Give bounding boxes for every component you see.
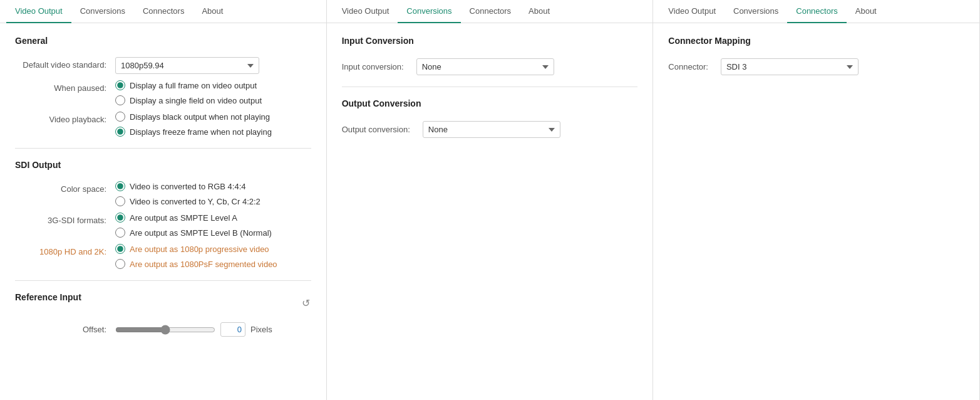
when-paused-label-1[interactable]: Display a single field on video output <box>130 96 262 105</box>
tab-bar-1: Video Output Conversions Connectors Abou… <box>0 0 326 23</box>
tab-video-output-1[interactable]: Video Output <box>6 0 71 23</box>
tab-connectors-3[interactable]: Connectors <box>787 0 846 23</box>
color-space-option-1: Video is converted to Y, Cb, Cr 4:2:2 <box>115 196 260 206</box>
panel-video-output: Video Output Conversions Connectors Abou… <box>0 0 327 400</box>
video-playback-radio-1[interactable] <box>115 127 125 137</box>
slider-wrap: Pixels <box>115 322 272 337</box>
color-space-option-0: Video is converted to RGB 4:4:4 <box>115 181 260 191</box>
panel-connectors: Video Output Conversions Connectors Abou… <box>653 0 980 400</box>
panel-content-1: General Default video standard: 1080p59.… <box>0 23 326 400</box>
input-conversion-section: Input Conversion Input conversion: None … <box>342 36 638 75</box>
input-conversion-row: Input conversion: None HD to SD SD to HD <box>342 58 638 75</box>
video-playback-label-0[interactable]: Displays black output when not playing <box>130 112 270 122</box>
color-space-radio-0[interactable] <box>115 181 125 191</box>
tab-about-2[interactable]: About <box>520 0 559 23</box>
output-conversion-row: Output conversion: None HD to SD SD to H… <box>342 121 638 138</box>
sdi-formats-row: 3G-SDI formats: Are output as SMPTE Leve… <box>15 213 311 238</box>
panel-content-3: Connector Mapping Connector: SDI 1 SDI 2… <box>653 23 979 400</box>
video-playback-radio-0[interactable] <box>115 112 125 122</box>
hd-option-1: Are output as 1080PsF segmented video <box>115 259 277 269</box>
hd-controls: Are output as 1080p progressive video Ar… <box>115 244 277 269</box>
color-space-controls: Video is converted to RGB 4:4:4 Video is… <box>115 181 260 206</box>
connector-label: Connector: <box>668 62 708 71</box>
divider-2 <box>15 280 311 281</box>
hd-option-0: Are output as 1080p progressive video <box>115 244 277 254</box>
offset-label: Offset: <box>15 325 115 334</box>
tab-connectors-2[interactable]: Connectors <box>461 0 520 23</box>
sdi-output-section: SDI Output Color space: Video is convert… <box>15 160 311 269</box>
when-paused-radio-1[interactable] <box>115 95 125 105</box>
video-playback-option-0: Displays black output when not playing <box>115 112 272 122</box>
output-conversion-section: Output Conversion Output conversion: Non… <box>342 98 638 138</box>
offset-value-input[interactable] <box>220 322 245 337</box>
hd-radio-1[interactable] <box>115 259 125 269</box>
reset-button[interactable]: ↺ <box>301 297 311 309</box>
reference-input-title: Reference Input <box>15 292 81 302</box>
offset-slider[interactable] <box>115 325 215 335</box>
output-conversion-select[interactable]: None HD to SD SD to HD <box>423 121 560 138</box>
sdi-formats-label-0[interactable]: Are output as SMPTE Level A <box>130 213 237 223</box>
input-conversion-select[interactable]: None HD to SD SD to HD <box>416 58 554 75</box>
when-paused-label: When paused: <box>15 80 115 93</box>
video-playback-option-1: Displays freeze frame when not playing <box>115 127 272 137</box>
sdi-formats-label: 3G-SDI formats: <box>15 213 115 225</box>
color-space-radio-1[interactable] <box>115 196 125 206</box>
tab-about-3[interactable]: About <box>847 0 885 23</box>
when-paused-label-0[interactable]: Display a full frame on video output <box>130 81 257 90</box>
connector-mapping-section: Connector Mapping Connector: SDI 1 SDI 2… <box>668 36 964 75</box>
sdi-formats-option-1: Are output as SMPTE Level B (Normal) <box>115 228 272 238</box>
tab-video-output-3[interactable]: Video Output <box>659 0 725 23</box>
hd-option-label-0[interactable]: Are output as 1080p progressive video <box>130 245 269 254</box>
tab-video-output-2[interactable]: Video Output <box>333 0 398 23</box>
tab-bar-2: Video Output Conversions Connectors Abou… <box>327 0 653 23</box>
tab-connectors-1[interactable]: Connectors <box>134 0 193 23</box>
tab-about-1[interactable]: About <box>193 0 232 23</box>
video-playback-row: Video playback: Displays black output wh… <box>15 112 311 137</box>
sdi-formats-option-0: Are output as SMPTE Level A <box>115 213 272 223</box>
general-title: General <box>15 36 311 46</box>
when-paused-row: When paused: Display a full frame on vid… <box>15 80 311 105</box>
offset-row: Offset: Pixels <box>15 322 311 337</box>
tab-conversions-1[interactable]: Conversions <box>71 0 134 23</box>
connector-select[interactable]: SDI 1 SDI 2 SDI 3 SDI 4 <box>721 58 859 75</box>
divider-3 <box>342 87 638 87</box>
when-paused-option-1: Display a single field on video output <box>115 95 262 105</box>
color-space-label-0[interactable]: Video is converted to RGB 4:4:4 <box>130 182 245 191</box>
connector-row: Connector: SDI 1 SDI 2 SDI 3 SDI 4 <box>668 58 964 75</box>
connector-mapping-title: Connector Mapping <box>668 36 964 46</box>
video-playback-controls: Displays black output when not playing D… <box>115 112 272 137</box>
tab-conversions-2[interactable]: Conversions <box>398 0 460 23</box>
when-paused-radio-0[interactable] <box>115 80 125 90</box>
color-space-label: Color space: <box>15 181 115 194</box>
hd-label: 1080p HD and 2K: <box>15 244 115 256</box>
sdi-output-title: SDI Output <box>15 160 311 170</box>
sdi-formats-radio-1[interactable] <box>115 228 125 238</box>
tab-conversions-3[interactable]: Conversions <box>725 0 787 23</box>
tab-bar-3: Video Output Conversions Connectors Abou… <box>653 0 979 23</box>
default-video-standard-row: Default video standard: 1080p59.94 1080p… <box>15 57 311 74</box>
hd-row: 1080p HD and 2K: Are output as 1080p pro… <box>15 244 311 269</box>
default-video-standard-select[interactable]: 1080p59.94 1080p50 1080p29.97 720p59.94 <box>115 57 259 74</box>
video-playback-label: Video playback: <box>15 112 115 124</box>
sdi-formats-radio-0[interactable] <box>115 213 125 223</box>
reference-input-section: Reference Input ↺ Offset: Pixels <box>15 292 311 337</box>
video-playback-label-1[interactable]: Displays freeze frame when not playing <box>130 127 272 137</box>
default-video-standard-label: Default video standard: <box>15 57 115 70</box>
panel-content-2: Input Conversion Input conversion: None … <box>327 23 653 400</box>
general-section: General Default video standard: 1080p59.… <box>15 36 311 137</box>
color-space-label-1[interactable]: Video is converted to Y, Cb, Cr 4:2:2 <box>130 197 260 206</box>
when-paused-option-0: Display a full frame on video output <box>115 80 262 90</box>
color-space-row: Color space: Video is converted to RGB 4… <box>15 181 311 206</box>
input-conversion-title: Input Conversion <box>342 36 638 46</box>
panel-conversions: Video Output Conversions Connectors Abou… <box>327 0 654 400</box>
divider-1 <box>15 148 311 149</box>
sdi-formats-controls: Are output as SMPTE Level A Are output a… <box>115 213 272 238</box>
hd-option-label-1[interactable]: Are output as 1080PsF segmented video <box>130 260 277 269</box>
output-conversion-label: Output conversion: <box>342 125 410 134</box>
reference-input-header: Reference Input ↺ <box>15 292 311 313</box>
input-conversion-label: Input conversion: <box>342 62 404 71</box>
hd-radio-0[interactable] <box>115 244 125 254</box>
when-paused-controls: Display a full frame on video output Dis… <box>115 80 262 105</box>
sdi-formats-label-1[interactable]: Are output as SMPTE Level B (Normal) <box>130 228 272 238</box>
output-conversion-title: Output Conversion <box>342 98 638 108</box>
